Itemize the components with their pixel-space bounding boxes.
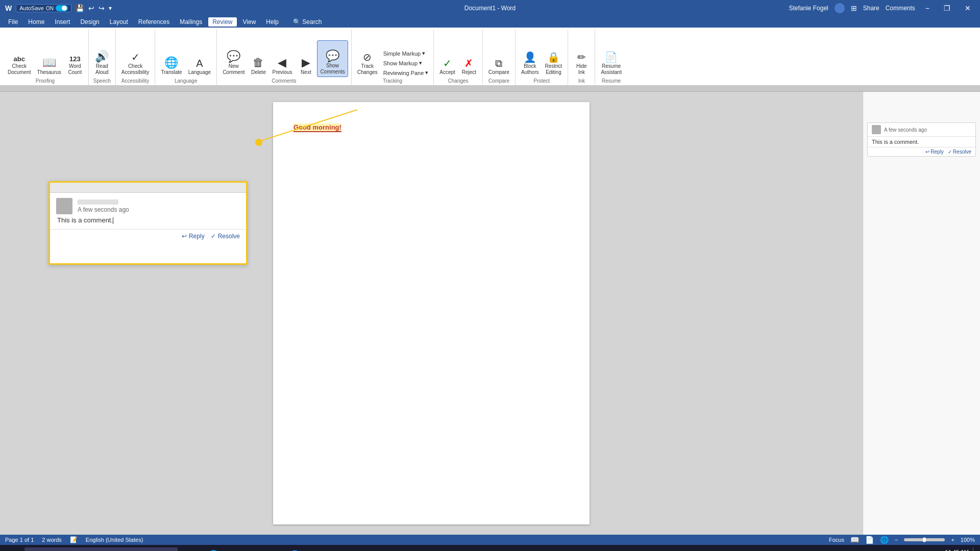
menu-bar: File Home Insert Design Layout Reference… xyxy=(0,16,980,28)
side-comment-text[interactable]: This is a comment. xyxy=(868,137,975,147)
focus-label[interactable]: Focus xyxy=(829,537,844,543)
comment-popup: A few seconds ago This is a comment. ↩ R… xyxy=(48,181,248,265)
track-changes-button[interactable]: ⊘ TrackChanges xyxy=(355,40,380,77)
menu-mailings[interactable]: Mailings xyxy=(176,17,206,27)
menu-review[interactable]: Review xyxy=(208,17,236,27)
delete-comment-button[interactable]: 🗑 Delete xyxy=(248,40,268,77)
print-layout-icon[interactable]: 📄 xyxy=(865,536,874,544)
menu-home[interactable]: Home xyxy=(24,17,48,27)
word-count-status[interactable]: 2 words xyxy=(42,537,62,543)
read-aloud-button[interactable]: 🔊 ReadAloud xyxy=(92,40,112,77)
side-resolve-button[interactable]: ✓ Resolve xyxy=(948,149,971,155)
document-page[interactable]: Good morning! xyxy=(273,102,590,524)
check-document-button[interactable]: abc CheckDocument xyxy=(5,40,34,77)
autosave-badge[interactable]: AutoSave ON xyxy=(16,4,71,12)
thesaurus-label: Thesaurus xyxy=(37,69,61,76)
windows-button[interactable]: ⊞ xyxy=(4,546,22,551)
taskbar-clock[interactable]: 11:45 AM 8/2/2019 xyxy=(945,549,969,551)
page-info[interactable]: Page 1 of 1 xyxy=(5,537,34,543)
previous-comment-button[interactable]: ◀ Previous xyxy=(270,40,295,77)
delete-icon: 🗑 xyxy=(253,57,264,68)
translate-button[interactable]: 🌐 Translate xyxy=(158,40,184,77)
zoom-thumb[interactable] xyxy=(922,537,927,542)
autosave-toggle[interactable] xyxy=(56,5,68,11)
restrict-editing-button[interactable]: 🔒 RestrictEditing xyxy=(542,40,565,77)
language-button[interactable]: A Language xyxy=(186,40,214,77)
reject-button[interactable]: ✗ Reject xyxy=(459,40,479,77)
accept-button[interactable]: ✓ Accept xyxy=(437,40,458,77)
menu-insert[interactable]: Insert xyxy=(51,17,74,27)
check-accessibility-label: CheckAccessibility xyxy=(121,63,149,76)
zoom-out-icon[interactable]: − xyxy=(895,537,898,543)
menu-view[interactable]: View xyxy=(239,17,260,27)
web-layout-icon[interactable]: 🌐 xyxy=(880,536,889,544)
show-comments-button[interactable]: 💬 ShowComments xyxy=(317,40,348,77)
zoom-level[interactable]: 100% xyxy=(961,537,975,543)
protect-buttons: 👤 BlockAuthors 🔒 RestrictEditing xyxy=(519,30,565,77)
side-resolve-label: Resolve xyxy=(953,149,971,155)
zoom-slider[interactable] xyxy=(904,538,945,541)
reviewing-pane-button[interactable]: Reviewing Pane ▾ xyxy=(381,68,431,77)
read-mode-icon[interactable]: 📖 xyxy=(850,536,859,544)
taskbar-settings-icon[interactable]: ⚙ xyxy=(306,546,325,551)
ribbon-group-ink: ✏ HideInk Ink xyxy=(568,30,595,85)
language-status[interactable]: English (United States) xyxy=(86,537,143,543)
taskbar-mail-icon[interactable]: ✉ xyxy=(265,546,284,551)
word-count-button[interactable]: 123 WordCount xyxy=(65,40,85,77)
comment-text[interactable]: This is a comment. xyxy=(56,216,240,224)
user-avatar[interactable] xyxy=(835,3,845,13)
taskbar-store-icon[interactable]: 🛍 xyxy=(245,546,263,551)
menu-layout[interactable]: Layout xyxy=(106,17,132,27)
menu-search[interactable]: 🔍 Search xyxy=(289,17,326,27)
simple-markup-button[interactable]: Simple Markup ▾ xyxy=(381,49,431,58)
new-comment-button[interactable]: 💬 NewComment xyxy=(220,40,247,77)
reply-button[interactable]: ↩ Reply xyxy=(182,233,205,240)
redo-icon[interactable]: ↪ xyxy=(99,4,105,12)
task-view-button[interactable]: ⧉ xyxy=(180,546,198,551)
comments-group-label: Comments xyxy=(220,77,348,85)
taskbar-chrome-icon[interactable]: 🔵 xyxy=(286,546,304,551)
resolve-button[interactable]: ✓ Resolve xyxy=(211,233,240,240)
hide-ink-icon: ✏ xyxy=(577,52,586,62)
thesaurus-button[interactable]: 📖 Thesaurus xyxy=(35,40,64,77)
side-reply-button[interactable]: ↩ Reply xyxy=(925,149,944,155)
taskbar-edge-icon[interactable]: 🌐 xyxy=(204,546,223,551)
check-accessibility-button[interactable]: ✓ CheckAccessibility xyxy=(119,40,152,77)
taskbar-search-bar[interactable]: 🔍 Type here to search 🎤 xyxy=(24,547,178,551)
menu-help[interactable]: Help xyxy=(262,17,283,27)
hide-ink-button[interactable]: ✏ HideInk xyxy=(571,40,592,77)
ribbon-display-icon[interactable]: ⊞ xyxy=(851,4,857,12)
restrict-editing-icon: 🔒 xyxy=(547,52,560,62)
taskbar-file-explorer-icon[interactable]: 📁 xyxy=(225,546,243,551)
block-authors-button[interactable]: 👤 BlockAuthors xyxy=(519,40,541,77)
accessibility-group-label: Accessibility xyxy=(119,77,152,85)
reject-icon: ✗ xyxy=(464,58,473,68)
speech-buttons: 🔊 ReadAloud xyxy=(92,30,112,77)
menu-file[interactable]: File xyxy=(4,17,22,27)
proofread-icon[interactable]: 📝 xyxy=(70,536,78,543)
comments-button[interactable]: Comments xyxy=(886,5,915,12)
save-icon[interactable]: 💾 xyxy=(76,4,84,12)
taskbar-word-icon[interactable]: W xyxy=(327,546,345,551)
menu-design[interactable]: Design xyxy=(76,17,103,27)
taskbar-show-desktop[interactable] xyxy=(973,547,976,551)
doc-greeting: Good morning! xyxy=(293,123,341,132)
doc-area[interactable]: Good morning! A few seconds ago This is … xyxy=(0,92,863,535)
share-button[interactable]: Share xyxy=(863,5,879,12)
undo-icon[interactable]: ↩ xyxy=(88,4,94,12)
next-comment-button[interactable]: ▶ Next xyxy=(296,40,316,77)
zoom-in-icon[interactable]: + xyxy=(951,537,954,543)
comment-user-info: A few seconds ago xyxy=(78,199,129,213)
customize-icon[interactable]: ▾ xyxy=(109,5,112,12)
show-markup-button[interactable]: Show Markup ▾ xyxy=(381,59,431,67)
comment-actions: ↩ Reply ✓ Resolve xyxy=(50,230,246,243)
resume-assistant-button[interactable]: 📄 ResumeAssistant xyxy=(598,40,624,77)
simple-markup-chevron: ▾ xyxy=(422,50,425,57)
restore-button[interactable]: ❐ xyxy=(940,3,954,13)
translate-icon: 🌐 xyxy=(164,57,178,68)
compare-button[interactable]: ⧉ Compare xyxy=(486,40,512,77)
minimize-button[interactable]: − xyxy=(921,3,934,13)
menu-references[interactable]: References xyxy=(134,17,174,27)
reply-icon: ↩ xyxy=(182,233,187,240)
close-button[interactable]: ✕ xyxy=(961,3,975,13)
